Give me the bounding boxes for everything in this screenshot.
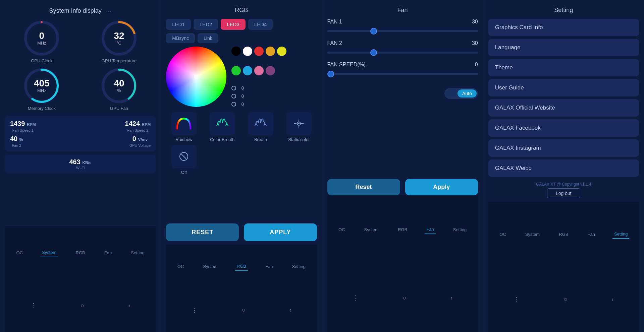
system-android-nav: ⋮ ○ ‹ — [5, 279, 156, 332]
setting-nav-oc[interactable]: OC — [498, 230, 508, 239]
setting-graphics-card[interactable]: Graphics Card Info — [488, 19, 639, 36]
rgb-android-back[interactable]: ‹ — [289, 307, 291, 314]
fan-nav-rgb[interactable]: RGB — [396, 225, 409, 234]
swatch-purple[interactable] — [266, 66, 275, 75]
swatch-red[interactable] — [254, 47, 264, 56]
share-icon[interactable]: ⋯ — [105, 7, 112, 15]
link-btn[interactable]: Link — [198, 33, 218, 43]
gpu-fan-gauge: 40 % GPU Fan — [83, 67, 156, 111]
setting-android-nav: ⋮ ○ ‹ — [488, 267, 639, 332]
swatch-pink[interactable] — [254, 66, 264, 75]
setting-language[interactable]: Language — [488, 39, 639, 56]
rgb-nav: OC System RGB Fan Setting — [166, 245, 317, 288]
r-indicator — [231, 86, 236, 90]
slider-b: 0 — [231, 102, 317, 107]
logout-button[interactable]: Log out — [547, 188, 580, 198]
fan-nav-oc[interactable]: OC — [337, 225, 347, 234]
rgb-nav-oc[interactable]: OC — [176, 262, 186, 271]
auto-toggle-pill[interactable]: Auto — [444, 88, 478, 99]
setting-android-menu[interactable]: ⋮ — [514, 296, 520, 303]
fan-nav-setting[interactable]: Setting — [451, 225, 468, 234]
mbsync-btn[interactable]: MBsync — [166, 33, 195, 43]
system-nav-setting[interactable]: Setting — [129, 249, 146, 257]
auto-toggle[interactable]: Auto — [327, 88, 478, 99]
led3-tab[interactable]: LED3 — [221, 19, 246, 30]
android-home-btn[interactable]: ○ — [80, 302, 84, 309]
fan-nav-system[interactable]: System — [363, 225, 380, 234]
rgb-android-menu[interactable]: ⋮ — [192, 307, 198, 314]
fan-speed-2-label: Fan Speed 2 — [127, 128, 148, 132]
fan-android-back[interactable]: ‹ — [450, 294, 452, 302]
system-nav-rgb[interactable]: RGB — [74, 249, 87, 257]
fan1-slider[interactable] — [327, 30, 478, 32]
swatch-black[interactable] — [231, 47, 241, 56]
rgb-nav-setting[interactable]: Setting — [290, 262, 307, 271]
system-nav-fan[interactable]: Fan — [103, 249, 113, 257]
led2-tab[interactable]: LED2 — [194, 19, 218, 30]
rgb-reset-button[interactable]: RESET — [166, 223, 239, 241]
mem-clock-unit: MHz — [37, 88, 46, 93]
toggle-off — [446, 92, 458, 95]
rgb-nav-fan[interactable]: Fan — [264, 262, 274, 271]
fan2-slider[interactable] — [327, 52, 478, 54]
rgb-nav-rgb[interactable]: RGB — [235, 262, 248, 271]
setting-galax-website[interactable]: GALAX Official Website — [488, 99, 639, 117]
setting-nav-setting[interactable]: Setting — [612, 230, 629, 239]
wifi-label: Wi-Fi — [76, 166, 85, 170]
r-value: 0 — [239, 85, 244, 91]
fan-reset-button[interactable]: Reset — [327, 179, 400, 195]
effect-breath[interactable]: Breath — [243, 112, 278, 142]
swatch-green[interactable] — [231, 66, 241, 75]
setting-user-guide[interactable]: User Guide — [488, 79, 639, 96]
led4-tab[interactable]: LED4 — [248, 19, 273, 30]
setting-android-home[interactable]: ○ — [564, 296, 568, 303]
rgb-nav-system[interactable]: System — [201, 262, 219, 271]
effect-color-breath[interactable]: Color Breath — [205, 112, 240, 142]
toggle-on[interactable]: Auto — [458, 89, 477, 97]
fan-2-value: 40 % — [10, 135, 23, 143]
gpu-clock-unit: MHz — [37, 41, 46, 46]
android-menu-btn[interactable]: ⋮ — [31, 302, 37, 309]
rgb-apply-button[interactable]: APPLY — [244, 223, 317, 241]
setting-list: Graphics Card Info Language Theme User G… — [488, 19, 639, 177]
fan-android-menu[interactable]: ⋮ — [353, 294, 359, 302]
effect-rainbow[interactable]: Rainbow — [166, 112, 202, 142]
setting-theme[interactable]: Theme — [488, 59, 639, 76]
setting-nav-system[interactable]: System — [524, 230, 541, 239]
fan-buttons: Reset Apply — [327, 179, 478, 195]
setting-nav-rgb[interactable]: RGB — [557, 230, 570, 239]
swatch-blue[interactable] — [243, 66, 252, 75]
fan-2: 40 % Fan 2 — [10, 135, 23, 147]
gpu-clock-gauge: 0 MHz GPU Clock — [5, 20, 78, 63]
system-nav-oc[interactable]: OC — [15, 249, 25, 257]
gpu-voltage-value: 0 V/mv — [132, 135, 148, 143]
fan-nav-fan[interactable]: Fan — [425, 225, 435, 234]
color-breath-label: Color Breath — [210, 137, 234, 142]
gpu-fan-circle: 40 % — [101, 67, 138, 104]
swatch-yellow[interactable] — [277, 47, 286, 56]
fan-apply-button[interactable]: Apply — [405, 179, 478, 195]
gpu-temp-gauge: 32 ℃ GPU Temperature — [83, 20, 156, 63]
setting-android-back[interactable]: ‹ — [611, 296, 613, 303]
effect-off[interactable]: Off — [166, 145, 202, 175]
setting-galax-facebook[interactable]: GALAX Facebook — [488, 119, 639, 137]
fan-android-home[interactable]: ○ — [403, 294, 407, 302]
gauge-grid: 0 MHz GPU Clock 32 ℃ GPU Temperature — [5, 20, 156, 111]
swatch-white[interactable] — [243, 47, 252, 56]
fan-speed-1-label: Fan Speed 1 — [12, 128, 34, 132]
fan-speed-slider[interactable] — [327, 73, 478, 75]
setting-galax-instagram[interactable]: GALAX Instagram — [488, 139, 639, 157]
system-nav-system[interactable]: System — [40, 248, 58, 257]
color-breath-icon — [214, 116, 231, 131]
fan-header: Fan — [327, 7, 478, 14]
gpu-fan-value: 40 — [114, 79, 124, 88]
color-wheel[interactable] — [166, 47, 226, 107]
setting-nav-fan[interactable]: Fan — [586, 230, 596, 239]
rgb-android-home[interactable]: ○ — [241, 307, 245, 314]
android-back-btn[interactable]: ‹ — [128, 302, 130, 309]
setting-galax-weibo[interactable]: GALAX Weibo — [488, 159, 639, 177]
effect-static[interactable]: Static color — [281, 112, 317, 142]
swatch-orange[interactable] — [266, 47, 275, 56]
led1-tab[interactable]: LED1 — [166, 19, 191, 30]
rainbow-label: Rainbow — [175, 137, 193, 142]
